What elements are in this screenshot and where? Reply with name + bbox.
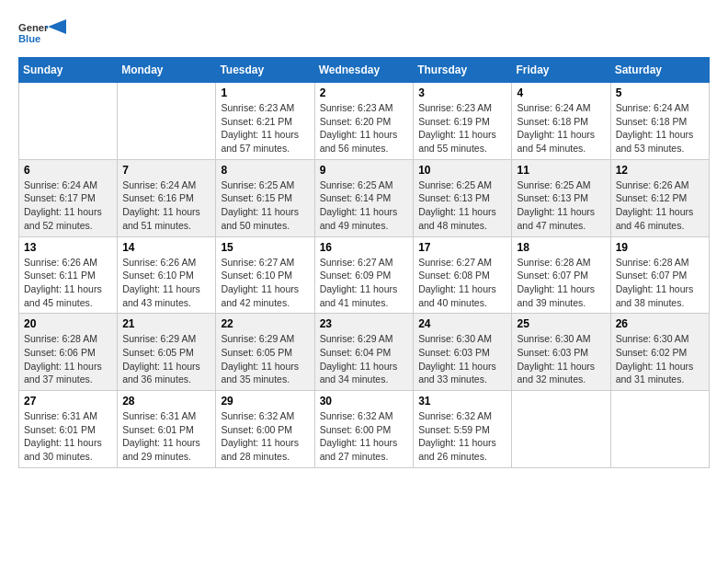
day-number: 22 — [221, 317, 309, 330]
calendar-cell: 8Sunrise: 6:25 AMSunset: 6:15 PMDaylight… — [216, 159, 314, 236]
cell-info: Sunrise: 6:23 AMSunset: 6:21 PMDaylight:… — [221, 101, 309, 155]
header-thursday: Thursday — [414, 58, 512, 83]
header-row: SundayMondayTuesdayWednesdayThursdayFrid… — [19, 58, 710, 83]
cell-info: Sunrise: 6:27 AMSunset: 6:08 PMDaylight:… — [418, 256, 506, 310]
cell-info: Sunrise: 6:30 AMSunset: 6:03 PMDaylight:… — [517, 332, 605, 386]
cell-info: Sunrise: 6:26 AMSunset: 6:12 PMDaylight:… — [616, 178, 704, 233]
day-number: 21 — [122, 317, 210, 330]
header-saturday: Saturday — [610, 58, 709, 83]
day-number: 14 — [122, 241, 210, 254]
calendar-cell: 15Sunrise: 6:27 AMSunset: 6:10 PMDayligh… — [216, 236, 314, 314]
cell-info: Sunrise: 6:24 AMSunset: 6:18 PMDaylight:… — [517, 101, 605, 155]
day-number: 26 — [616, 317, 704, 330]
calendar-cell: 22Sunrise: 6:29 AMSunset: 6:05 PMDayligh… — [216, 314, 314, 391]
cell-info: Sunrise: 6:31 AMSunset: 6:01 PMDaylight:… — [122, 409, 210, 464]
day-number: 8 — [221, 164, 309, 177]
cell-info: Sunrise: 6:27 AMSunset: 6:09 PMDaylight:… — [320, 256, 409, 310]
calendar-cell — [610, 391, 709, 468]
calendar-cell: 4Sunrise: 6:24 AMSunset: 6:18 PMDaylight… — [512, 83, 610, 160]
week-row-4: 20Sunrise: 6:28 AMSunset: 6:06 PMDayligh… — [19, 314, 710, 391]
header-sunday: Sunday — [19, 58, 118, 83]
calendar-cell: 12Sunrise: 6:26 AMSunset: 6:12 PMDayligh… — [610, 159, 709, 236]
cell-info: Sunrise: 6:32 AMSunset: 6:00 PMDaylight:… — [221, 409, 309, 464]
day-number: 25 — [517, 317, 605, 330]
day-number: 1 — [221, 86, 309, 99]
week-row-3: 13Sunrise: 6:26 AMSunset: 6:11 PMDayligh… — [19, 236, 710, 314]
cell-info: Sunrise: 6:29 AMSunset: 6:04 PMDaylight:… — [320, 332, 409, 386]
calendar-header: SundayMondayTuesdayWednesdayThursdayFrid… — [19, 58, 710, 83]
calendar-cell: 31Sunrise: 6:32 AMSunset: 5:59 PMDayligh… — [414, 391, 512, 468]
day-number: 23 — [320, 317, 409, 330]
day-number: 31 — [418, 395, 506, 408]
cell-info: Sunrise: 6:23 AMSunset: 6:19 PMDaylight:… — [418, 101, 506, 155]
cell-info: Sunrise: 6:30 AMSunset: 6:03 PMDaylight:… — [418, 332, 506, 386]
day-number: 6 — [24, 164, 112, 177]
calendar-cell: 24Sunrise: 6:30 AMSunset: 6:03 PMDayligh… — [414, 314, 512, 391]
header-tuesday: Tuesday — [216, 58, 314, 83]
cell-info: Sunrise: 6:32 AMSunset: 5:59 PMDaylight:… — [418, 409, 506, 464]
calendar-cell: 7Sunrise: 6:24 AMSunset: 6:16 PMDaylight… — [118, 159, 216, 236]
calendar-cell: 6Sunrise: 6:24 AMSunset: 6:17 PMDaylight… — [19, 159, 118, 236]
cell-info: Sunrise: 6:25 AMSunset: 6:15 PMDaylight:… — [221, 178, 309, 233]
calendar-cell — [118, 83, 216, 160]
day-number: 18 — [517, 241, 605, 254]
calendar-table: SundayMondayTuesdayWednesdayThursdayFrid… — [18, 57, 710, 468]
calendar-cell — [512, 391, 610, 468]
svg-marker-3 — [48, 19, 66, 34]
calendar-cell — [19, 83, 118, 160]
week-row-2: 6Sunrise: 6:24 AMSunset: 6:17 PMDaylight… — [19, 159, 710, 236]
cell-info: Sunrise: 6:25 AMSunset: 6:13 PMDaylight:… — [418, 178, 506, 233]
calendar-cell: 20Sunrise: 6:28 AMSunset: 6:06 PMDayligh… — [19, 314, 118, 391]
day-number: 19 — [616, 241, 704, 254]
day-number: 15 — [221, 241, 309, 254]
day-number: 29 — [221, 395, 309, 408]
day-number: 9 — [320, 164, 409, 177]
calendar-cell: 21Sunrise: 6:29 AMSunset: 6:05 PMDayligh… — [118, 314, 216, 391]
cell-info: Sunrise: 6:24 AMSunset: 6:16 PMDaylight:… — [122, 178, 210, 233]
header-wednesday: Wednesday — [314, 58, 414, 83]
cell-info: Sunrise: 6:28 AMSunset: 6:07 PMDaylight:… — [616, 256, 704, 310]
cell-info: Sunrise: 6:28 AMSunset: 6:07 PMDaylight:… — [517, 256, 605, 310]
calendar-cell: 27Sunrise: 6:31 AMSunset: 6:01 PMDayligh… — [19, 391, 118, 468]
cell-info: Sunrise: 6:23 AMSunset: 6:20 PMDaylight:… — [320, 101, 409, 155]
day-number: 13 — [24, 241, 112, 254]
calendar-cell: 25Sunrise: 6:30 AMSunset: 6:03 PMDayligh… — [512, 314, 610, 391]
logo-arrow-icon — [48, 19, 66, 38]
cell-info: Sunrise: 6:25 AMSunset: 6:14 PMDaylight:… — [320, 178, 409, 233]
day-number: 27 — [24, 395, 112, 408]
header-monday: Monday — [118, 58, 216, 83]
cell-info: Sunrise: 6:26 AMSunset: 6:10 PMDaylight:… — [122, 256, 210, 310]
cell-info: Sunrise: 6:26 AMSunset: 6:11 PMDaylight:… — [24, 256, 112, 310]
calendar-cell: 18Sunrise: 6:28 AMSunset: 6:07 PMDayligh… — [512, 236, 610, 314]
day-number: 3 — [418, 86, 506, 99]
svg-text:General: General — [18, 22, 48, 33]
calendar-cell: 5Sunrise: 6:24 AMSunset: 6:18 PMDaylight… — [610, 83, 709, 160]
day-number: 24 — [418, 317, 506, 330]
week-row-1: 1Sunrise: 6:23 AMSunset: 6:21 PMDaylight… — [19, 83, 710, 160]
cell-info: Sunrise: 6:32 AMSunset: 6:00 PMDaylight:… — [320, 409, 409, 464]
calendar-body: 1Sunrise: 6:23 AMSunset: 6:21 PMDaylight… — [19, 83, 710, 468]
cell-info: Sunrise: 6:25 AMSunset: 6:13 PMDaylight:… — [517, 178, 605, 233]
day-number: 17 — [418, 241, 506, 254]
day-number: 20 — [24, 317, 112, 330]
calendar-cell: 3Sunrise: 6:23 AMSunset: 6:19 PMDaylight… — [414, 83, 512, 160]
day-number: 30 — [320, 395, 409, 408]
calendar-cell: 10Sunrise: 6:25 AMSunset: 6:13 PMDayligh… — [414, 159, 512, 236]
header-friday: Friday — [512, 58, 610, 83]
calendar-cell: 26Sunrise: 6:30 AMSunset: 6:02 PMDayligh… — [610, 314, 709, 391]
calendar-cell: 28Sunrise: 6:31 AMSunset: 6:01 PMDayligh… — [118, 391, 216, 468]
cell-info: Sunrise: 6:27 AMSunset: 6:10 PMDaylight:… — [221, 256, 309, 310]
logo-icon: General Blue — [18, 18, 48, 48]
day-number: 11 — [517, 164, 605, 177]
cell-info: Sunrise: 6:24 AMSunset: 6:17 PMDaylight:… — [24, 178, 112, 233]
calendar-cell: 23Sunrise: 6:29 AMSunset: 6:04 PMDayligh… — [314, 314, 414, 391]
day-number: 4 — [517, 86, 605, 99]
week-row-5: 27Sunrise: 6:31 AMSunset: 6:01 PMDayligh… — [19, 391, 710, 468]
cell-info: Sunrise: 6:28 AMSunset: 6:06 PMDaylight:… — [24, 332, 112, 386]
logo: General Blue — [18, 18, 66, 48]
calendar-cell: 29Sunrise: 6:32 AMSunset: 6:00 PMDayligh… — [216, 391, 314, 468]
calendar-cell: 9Sunrise: 6:25 AMSunset: 6:14 PMDaylight… — [314, 159, 414, 236]
day-number: 12 — [616, 164, 704, 177]
page-header: General Blue — [18, 18, 710, 48]
day-number: 7 — [122, 164, 210, 177]
